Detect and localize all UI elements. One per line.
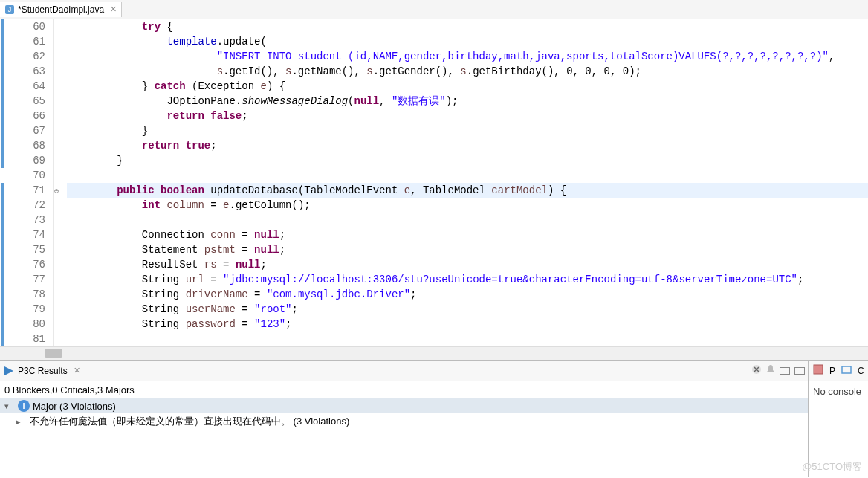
info-icon: i bbox=[18, 400, 30, 412]
chevron-down-icon[interactable]: ▾ bbox=[4, 401, 15, 411]
code-line[interactable]: "INSERT INTO student (id,NAME,gender,bir… bbox=[67, 49, 868, 64]
marker-strip bbox=[0, 19, 7, 346]
side-panel-tabs: P C bbox=[809, 361, 868, 381]
clear-icon[interactable] bbox=[751, 364, 762, 377]
code-body[interactable]: try { template.update( "INSERT INTO stud… bbox=[54, 19, 868, 346]
code-line[interactable]: String driverName = "com.mysql.jdbc.Driv… bbox=[67, 287, 868, 302]
major-label: Major (3 Violations) bbox=[33, 401, 116, 412]
watermark: @51CTO博客 bbox=[802, 460, 862, 474]
svg-rect-4 bbox=[842, 366, 851, 373]
console-icon[interactable] bbox=[841, 364, 852, 377]
results-header: P3C Results ✕ bbox=[0, 361, 808, 381]
code-line[interactable]: String userName = "root"; bbox=[67, 302, 868, 317]
code-line[interactable] bbox=[67, 168, 868, 183]
code-line[interactable]: Statement pstmt = null; bbox=[67, 242, 868, 257]
side-panel-body: No console bbox=[809, 381, 868, 401]
editor-tab[interactable]: J *StudentDaoImpl.java ✕ bbox=[0, 2, 122, 17]
violation-detail-row[interactable]: ▸ 不允许任何魔法值（即未经定义的常量）直接出现在代码中。 (3 Violati… bbox=[0, 413, 808, 430]
code-editor[interactable]: 606162636465666768697071⊖727374757677787… bbox=[0, 19, 868, 346]
svg-text:J: J bbox=[8, 6, 12, 13]
code-line[interactable]: return true; bbox=[67, 138, 868, 153]
tab-p[interactable]: P bbox=[829, 366, 835, 376]
tab-c[interactable]: C bbox=[858, 366, 864, 376]
maximize-icon[interactable] bbox=[794, 367, 805, 375]
code-line[interactable]: public boolean updateDatabase(TableModel… bbox=[67, 183, 868, 198]
fold-icon[interactable]: ⊖ bbox=[50, 184, 59, 193]
editor-tab-bar: J *StudentDaoImpl.java ✕ bbox=[0, 0, 868, 19]
code-line[interactable]: String url = "jdbc:mysql://localhost:330… bbox=[67, 272, 868, 287]
code-line[interactable]: s.getId(), s.getName(), s.getGender(), s… bbox=[67, 64, 868, 79]
code-line[interactable]: String password = "123"; bbox=[67, 317, 868, 332]
scrollbar-thumb[interactable] bbox=[45, 349, 62, 358]
line-gutter: 606162636465666768697071⊖727374757677787… bbox=[7, 19, 54, 346]
tab-filename: *StudentDaoImpl.java bbox=[18, 4, 104, 15]
results-title: P3C Results bbox=[18, 366, 68, 376]
code-line[interactable]: } catch (Exception e) { bbox=[67, 79, 868, 94]
placeholder-icon[interactable] bbox=[813, 364, 823, 377]
horizontal-scrollbar[interactable] bbox=[0, 346, 868, 360]
code-line[interactable]: JOptionPane.showMessageDialog(null, "数据有… bbox=[67, 94, 868, 109]
results-tab-close-icon[interactable]: ✕ bbox=[74, 366, 80, 375]
p3c-results-panel: P3C Results ✕ 0 Blockers,0 Criticals,3 M… bbox=[0, 361, 809, 477]
code-line[interactable]: ResultSet rs = null; bbox=[67, 257, 868, 272]
code-line[interactable] bbox=[67, 332, 868, 346]
code-line[interactable]: return false; bbox=[67, 109, 868, 123]
code-line[interactable]: template.update( bbox=[67, 34, 868, 49]
chevron-right-icon[interactable]: ▸ bbox=[16, 417, 27, 427]
results-summary: 0 Blockers,0 Criticals,3 Majors bbox=[0, 381, 808, 398]
code-line[interactable]: try { bbox=[67, 19, 868, 34]
p3c-icon bbox=[3, 365, 15, 377]
code-line[interactable] bbox=[67, 213, 868, 227]
pin-icon[interactable] bbox=[766, 364, 775, 377]
bottom-pane: P3C Results ✕ 0 Blockers,0 Criticals,3 M… bbox=[0, 360, 868, 477]
code-line[interactable]: } bbox=[67, 153, 868, 168]
java-file-icon: J bbox=[4, 4, 15, 15]
svg-rect-3 bbox=[814, 365, 823, 374]
code-line[interactable]: int column = e.getColumn(); bbox=[67, 198, 868, 213]
minimize-icon[interactable] bbox=[780, 367, 790, 375]
code-line[interactable]: Connection conn = null; bbox=[67, 227, 868, 242]
major-violations-row[interactable]: ▾ i Major (3 Violations) bbox=[0, 398, 808, 413]
close-tab-icon[interactable]: ✕ bbox=[110, 4, 117, 14]
code-line[interactable]: } bbox=[67, 123, 868, 138]
violation-detail: 不允许任何魔法值（即未经定义的常量）直接出现在代码中。 (3 Violation… bbox=[30, 415, 349, 428]
